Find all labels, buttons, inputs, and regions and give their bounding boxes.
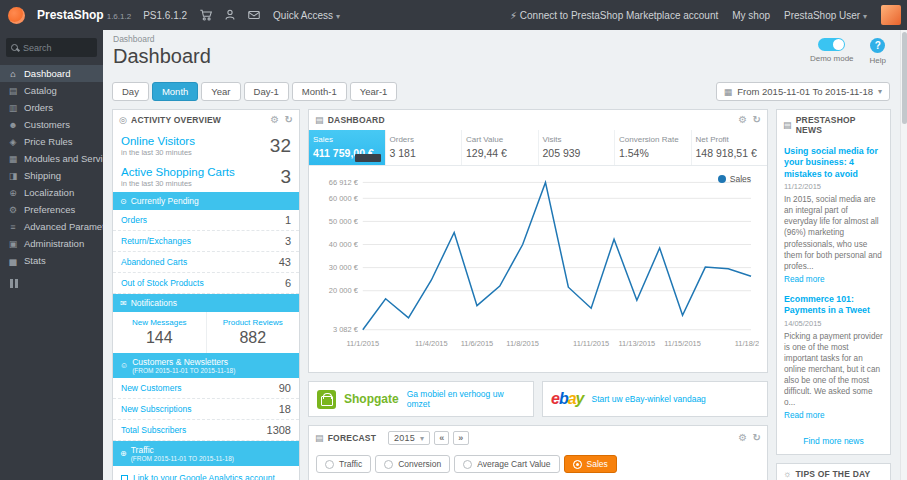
brand-name: PrestaShop <box>37 8 104 22</box>
forecast-tab-conversion[interactable]: Conversion <box>375 455 450 473</box>
kpi-cart-value[interactable]: Cart Value 129,44 € <box>462 130 539 165</box>
news-article-title[interactable]: Ecommerce 101: Payments in a Tweet <box>784 294 883 317</box>
shop-name-link[interactable]: PS1.6.1.2 <box>143 10 187 21</box>
kpi-sales[interactable]: Sales 411 759,00 € <box>309 130 386 165</box>
user-avatar[interactable] <box>881 5 901 25</box>
sidebar-item-shipping[interactable]: ◨ Shipping <box>0 167 103 184</box>
filter-button-year-1[interactable]: Year-1 <box>350 82 398 101</box>
prestashop-admin: PrestaShop 1.6.1.2 PS1.6.1.2 Quick Acces… <box>0 0 907 480</box>
sidebar-item-modules-and-services[interactable]: ▦ Modules and Services <box>0 150 103 167</box>
find-more-news-link[interactable]: Find more news <box>777 430 890 454</box>
scrollbar-thumb[interactable] <box>902 32 907 124</box>
pending-rows: Orders 1 Return/Exchanges 3 Abandoned Ca… <box>113 210 299 294</box>
filter-button-day-1[interactable]: Day-1 <box>244 82 289 101</box>
my-shop-link[interactable]: My shop <box>732 10 770 21</box>
customers-row-total-subscribers[interactable]: Total Subscribers 1308 <box>113 420 299 441</box>
sidebar-item-administration[interactable]: ▣ Administration <box>0 235 103 252</box>
sidebar-item-icon: ◨ <box>7 171 19 181</box>
sidebar-item-icon: ⊕ <box>7 188 19 198</box>
chart-legend[interactable]: Sales <box>718 174 751 184</box>
activity-stat-online-visitors[interactable]: Online Visitors in the last 30 minutes 3… <box>113 130 299 161</box>
news-article-title[interactable]: Using social media for your business: 4 … <box>784 146 883 180</box>
tips-panel-title: TIPS OF THE DAY <box>795 469 870 479</box>
ebay-logo: ebay <box>551 390 584 408</box>
gear-icon[interactable]: ⚙ <box>738 115 747 125</box>
help-icon[interactable]: ? <box>870 38 885 53</box>
sidebar-item-advanced-parameters[interactable]: ≡ Advanced Parameters <box>0 218 103 235</box>
sidebar-item-orders[interactable]: ▥ Orders <box>0 99 103 116</box>
filter-button-day[interactable]: Day <box>112 82 149 101</box>
shopgate-name: Shopgate <box>344 392 399 406</box>
ebay-link[interactable]: Start uw eBay-winkel vandaag <box>592 394 706 404</box>
activity-panel-title: ACTIVITY OVERVIEW <box>131 115 221 125</box>
breadcrumb[interactable]: Dashboard <box>113 34 890 44</box>
sidebar-menu: ⌂ Dashboard ▤ Catalog ▥ Orders ☻ Custome… <box>0 65 103 269</box>
refresh-icon[interactable]: ↻ <box>284 115 293 125</box>
sidebar-collapse-icon[interactable] <box>10 279 18 288</box>
gear-icon[interactable]: ⚙ <box>738 433 747 443</box>
filter-button-month-1[interactable]: Month-1 <box>292 82 347 101</box>
forecast-tab-traffic[interactable]: Traffic <box>316 455 371 473</box>
sidebar-item-customers[interactable]: ☻ Customers <box>0 116 103 133</box>
messages-notification-icon[interactable] <box>247 8 261 22</box>
sidebar-item-preferences[interactable]: ⚙ Preferences <box>0 201 103 218</box>
svg-text:60 000 €: 60 000 € <box>329 194 359 203</box>
notification-product-reviews[interactable]: Product Reviews 882 <box>206 312 300 353</box>
marketplace-link[interactable]: ⚡ Connect to PrestaShop Marketplace acco… <box>510 10 718 21</box>
shopgate-link[interactable]: Ga mobiel en verhoog uw omzet <box>407 389 525 409</box>
read-more-link[interactable]: Read more <box>784 275 825 284</box>
sidebar-item-stats[interactable]: ▅ Stats <box>0 252 103 269</box>
kpi-orders[interactable]: Orders 3 181 <box>386 130 463 165</box>
sidebar-item-label: Shipping <box>24 170 61 181</box>
search-icon <box>11 44 19 52</box>
forecast-year-select[interactable]: 2015 ▾ <box>388 431 430 445</box>
pending-row-orders[interactable]: Orders 1 <box>113 210 299 231</box>
kpi-conversion-rate[interactable]: Conversion Rate 1.54% <box>615 130 692 165</box>
google-analytics-link[interactable]: Link to your Google Analytics account <box>113 466 299 480</box>
quick-access-menu[interactable]: Quick Access ▾ <box>273 10 340 21</box>
pending-row-return-exchanges[interactable]: Return/Exchanges 3 <box>113 231 299 252</box>
shopgate-ad[interactable]: Shopgate Ga mobiel en verhoog uw omzet <box>308 381 534 417</box>
customers-newsletters-header: ☺ Customers & Newsletters (FROM 2015-11-… <box>113 353 299 378</box>
forecast-panel-icon: ▤ <box>315 433 324 443</box>
filter-button-year[interactable]: Year <box>201 82 240 101</box>
sidebar-item-catalog[interactable]: ▤ Catalog <box>0 82 103 99</box>
sidebar-item-price-rules[interactable]: ◈ Price Rules <box>0 133 103 150</box>
kpi-visits[interactable]: Visits 205 939 <box>539 130 616 165</box>
customers-notification-icon[interactable] <box>223 8 237 22</box>
refresh-icon[interactable]: ↻ <box>752 433 761 443</box>
prestashop-logo-icon[interactable] <box>8 7 25 24</box>
svg-text:11/6/2015: 11/6/2015 <box>461 339 494 348</box>
orders-notification-icon[interactable] <box>199 8 213 22</box>
user-menu[interactable]: PrestaShop User ▾ <box>784 10 867 21</box>
demo-mode-label: Demo mode <box>810 54 854 63</box>
notification-new-messages[interactable]: New Messages 144 <box>113 312 206 353</box>
brand[interactable]: PrestaShop 1.6.1.2 <box>37 8 131 22</box>
refresh-icon[interactable]: ↻ <box>752 115 761 125</box>
date-range-picker[interactable]: ▦ From 2015-11-01 To 2015-11-18 ▾ <box>716 82 890 101</box>
forecast-next-button[interactable]: » <box>453 431 468 445</box>
search-input[interactable] <box>23 43 93 53</box>
sidebar-search[interactable] <box>6 38 97 57</box>
customers-row-new-customers[interactable]: New Customers 90 <box>113 378 299 399</box>
ebay-ad[interactable]: ebay Start uw eBay-winkel vandaag <box>542 381 768 417</box>
filter-button-month[interactable]: Month <box>152 82 198 101</box>
pending-row-out-of-stock-products[interactable]: Out of Stock Products 6 <box>113 273 299 294</box>
demo-mode-toggle[interactable] <box>818 38 845 51</box>
sidebar-item-localization[interactable]: ⊕ Localization <box>0 184 103 201</box>
read-more-link[interactable]: Read more <box>784 411 825 420</box>
forecast-prev-button[interactable]: « <box>434 431 449 445</box>
page-scrollbar[interactable] <box>900 30 907 480</box>
pending-row-abandoned-carts[interactable]: Abandoned Carts 43 <box>113 252 299 273</box>
activity-stat-active-shopping-carts[interactable]: Active Shopping Carts in the last 30 min… <box>113 161 299 192</box>
sidebar-item-dashboard[interactable]: ⌂ Dashboard <box>0 65 103 82</box>
kpi-net-profit[interactable]: Net Profit 148 918,51 € <box>692 130 768 165</box>
shopgate-logo-icon <box>317 390 336 409</box>
gear-icon[interactable]: ⚙ <box>270 115 279 125</box>
forecast-tab-average-cart-value[interactable]: Average Cart Value <box>454 455 559 473</box>
news-panel-icon: ▤ <box>783 120 792 130</box>
sidebar-item-icon: ▥ <box>7 103 19 113</box>
customers-row-new-subscriptions[interactable]: New Subscriptions 18 <box>113 399 299 420</box>
svg-text:11/11/2015: 11/11/2015 <box>573 339 609 348</box>
forecast-tab-sales[interactable]: Sales <box>564 455 617 473</box>
